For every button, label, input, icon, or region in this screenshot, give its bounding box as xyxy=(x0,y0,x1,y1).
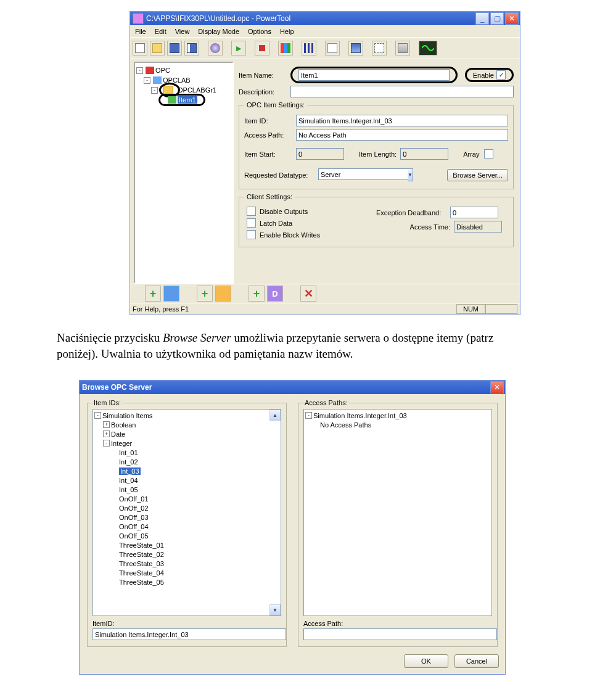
req-datatype-combo[interactable]: ▼ xyxy=(318,168,409,181)
add-server-icon[interactable] xyxy=(163,286,179,302)
combo-arrow-icon[interactable]: ▼ xyxy=(408,168,413,181)
channel-icon[interactable] xyxy=(348,41,363,56)
tree-label[interactable]: ThreeState_02 xyxy=(119,551,164,558)
tree-label[interactable]: Int_04 xyxy=(119,477,138,484)
save-icon[interactable] xyxy=(167,41,182,56)
tree-label[interactable]: OnOff_05 xyxy=(119,532,149,540)
tree-node[interactable]: Int_04 xyxy=(94,476,279,485)
latch-data-checkbox[interactable] xyxy=(247,218,256,228)
delete-button[interactable]: ✕ xyxy=(300,286,316,302)
expand-icon[interactable]: + xyxy=(103,421,110,428)
add-server-plus-icon[interactable]: + xyxy=(145,286,161,302)
dialog-title-bar[interactable]: Browse OPC Server ✕ xyxy=(80,381,505,394)
tree-label[interactable]: Int_01 xyxy=(119,449,138,456)
description-field[interactable] xyxy=(290,86,514,97)
save-copy-icon[interactable] xyxy=(184,41,199,56)
add-item-icon[interactable] xyxy=(267,286,283,302)
signal-icon[interactable] xyxy=(419,41,437,56)
run-icon[interactable]: ▶ xyxy=(231,41,246,56)
tree-node[interactable]: OnOff_03 xyxy=(94,513,279,522)
expand-icon[interactable]: + xyxy=(103,430,110,437)
access-paths-tree[interactable]: -Simulation Items.Integer.Int_03 No Acce… xyxy=(303,409,492,616)
tree-node[interactable]: OnOff_02 xyxy=(94,503,279,513)
tree-root[interactable]: OPC xyxy=(155,67,170,74)
item-id-field[interactable] xyxy=(296,115,508,126)
collapse-icon[interactable]: - xyxy=(136,67,143,74)
tree-label[interactable]: ThreeState_01 xyxy=(119,541,164,549)
menu-help[interactable]: Help xyxy=(276,27,298,36)
tree-label[interactable]: ThreeState_04 xyxy=(119,569,164,577)
tree-label[interactable]: ThreeState_05 xyxy=(119,579,164,586)
tree-label[interactable]: Simulation Items xyxy=(102,412,152,419)
add-group-plus-icon[interactable]: + xyxy=(197,286,213,302)
menu-view[interactable]: View xyxy=(171,27,194,36)
tree-label[interactable]: OnOff_04 xyxy=(119,523,149,530)
tree-node[interactable]: Int_05 xyxy=(94,485,279,494)
minimize-button[interactable]: _ xyxy=(475,12,489,25)
open-icon[interactable] xyxy=(150,41,165,56)
tree-label[interactable]: OnOff_03 xyxy=(119,514,149,521)
tree-label[interactable]: Integer xyxy=(111,440,132,447)
menu-edit[interactable]: Edit xyxy=(151,27,170,36)
add-item-plus-icon[interactable]: + xyxy=(249,286,265,302)
menu-options[interactable]: Options xyxy=(244,27,275,36)
tree-label[interactable]: Int_03 xyxy=(119,467,141,475)
item-ids-tree[interactable]: ▲ ▼ -Simulation Items+Boolean+Date-Integ… xyxy=(92,409,281,616)
access-path-field[interactable] xyxy=(303,628,497,640)
tree-group[interactable]: OPCLABGr1 xyxy=(178,86,216,94)
tree-node[interactable]: Simulation Items.Integer.Int_03 xyxy=(313,412,407,419)
chart-icon[interactable] xyxy=(278,41,293,56)
tree-label[interactable]: ThreeState_03 xyxy=(119,560,164,567)
tree-view[interactable]: - OPC - OPCLAB - OPCLABGr1 Item1 xyxy=(134,62,234,284)
collapse-icon[interactable]: - xyxy=(103,440,110,447)
maximize-button[interactable]: ▢ xyxy=(490,12,504,25)
tree-label[interactable]: Int_02 xyxy=(119,458,138,466)
tree-label[interactable]: Boolean xyxy=(111,421,136,429)
tree-node[interactable]: ThreeState_01 xyxy=(94,540,279,550)
access-path-field[interactable] xyxy=(296,129,508,141)
tree-label[interactable]: OnOff_01 xyxy=(119,495,149,503)
tree-node[interactable]: ThreeState_02 xyxy=(94,550,279,559)
collapse-icon[interactable]: - xyxy=(144,77,150,84)
tree-node[interactable]: Int_01 xyxy=(94,448,279,457)
document-icon[interactable] xyxy=(325,41,340,56)
menu-file[interactable]: File xyxy=(131,27,150,36)
menu-display[interactable]: Display Mode xyxy=(194,27,243,36)
tree-node[interactable]: ThreeState_03 xyxy=(94,559,279,568)
tree-node[interactable]: OnOff_05 xyxy=(94,531,279,540)
tree-node[interactable]: +Boolean xyxy=(94,420,279,429)
tree-node[interactable]: +Date xyxy=(94,429,279,439)
array-checkbox[interactable] xyxy=(484,149,493,159)
ok-button[interactable]: OK xyxy=(404,654,448,668)
tree-node[interactable]: Int_03 xyxy=(94,466,279,476)
tree-node[interactable]: ThreeState_05 xyxy=(94,577,279,587)
scroll-down-icon[interactable]: ▼ xyxy=(269,604,281,616)
browse-server-button[interactable]: Browse Server... xyxy=(447,169,508,181)
tree-node[interactable]: OnOff_04 xyxy=(94,522,279,531)
tree-node[interactable]: -Integer xyxy=(94,439,279,448)
close-button[interactable]: ✕ xyxy=(505,12,519,25)
tree-label[interactable]: Int_05 xyxy=(119,486,138,493)
req-datatype-field[interactable] xyxy=(318,168,408,180)
tree-item[interactable]: Item1 xyxy=(178,96,197,104)
tree-node[interactable]: OnOff_01 xyxy=(94,494,279,503)
tree-leaf[interactable]: No Access Paths xyxy=(320,421,371,429)
dialog-close-button[interactable]: ✕ xyxy=(490,381,504,393)
tree-node[interactable]: -Simulation Items xyxy=(94,411,279,420)
enable-block-writes-checkbox[interactable] xyxy=(247,230,256,239)
stop-icon[interactable] xyxy=(255,41,269,56)
tree-label[interactable]: Date xyxy=(111,430,125,438)
scroll-up-icon[interactable]: ▲ xyxy=(269,410,281,421)
title-bar[interactable]: C:\APPS\IFIX30PL\Untitled.opc - PowerToo… xyxy=(130,12,520,25)
exception-deadband-field[interactable] xyxy=(450,207,498,218)
server-icon[interactable] xyxy=(208,41,223,56)
cancel-button[interactable]: Cancel xyxy=(454,654,499,668)
tree-node[interactable]: Int_02 xyxy=(94,457,279,466)
statistics-icon[interactable] xyxy=(302,41,316,56)
new-icon[interactable] xyxy=(133,41,147,56)
collapse-icon[interactable]: - xyxy=(94,412,101,419)
settings-icon[interactable] xyxy=(372,41,387,56)
disable-outputs-checkbox[interactable] xyxy=(247,207,256,216)
tree-label[interactable]: OnOff_02 xyxy=(119,504,149,512)
add-group-icon[interactable] xyxy=(215,286,231,302)
